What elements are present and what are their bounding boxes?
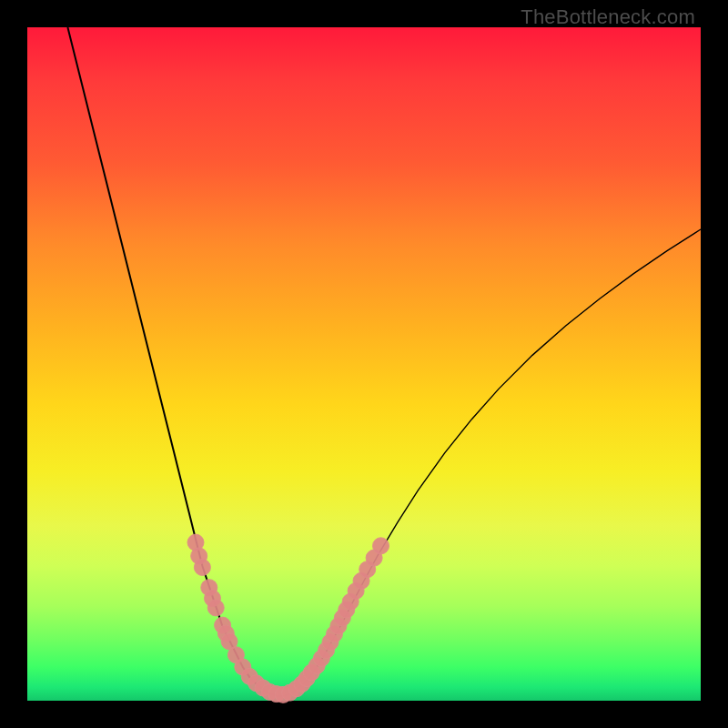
- watermark-text: TheBottleneck.com: [521, 5, 695, 29]
- curve-marker: [194, 559, 210, 575]
- plot-area: [27, 27, 701, 701]
- curve-svg: [27, 27, 701, 701]
- curve-markers: [187, 534, 389, 703]
- curve-left-branch: [67, 27, 276, 696]
- curve-marker: [207, 600, 224, 616]
- outer-frame: TheBottleneck.com: [0, 0, 728, 728]
- curve-marker: [373, 538, 389, 554]
